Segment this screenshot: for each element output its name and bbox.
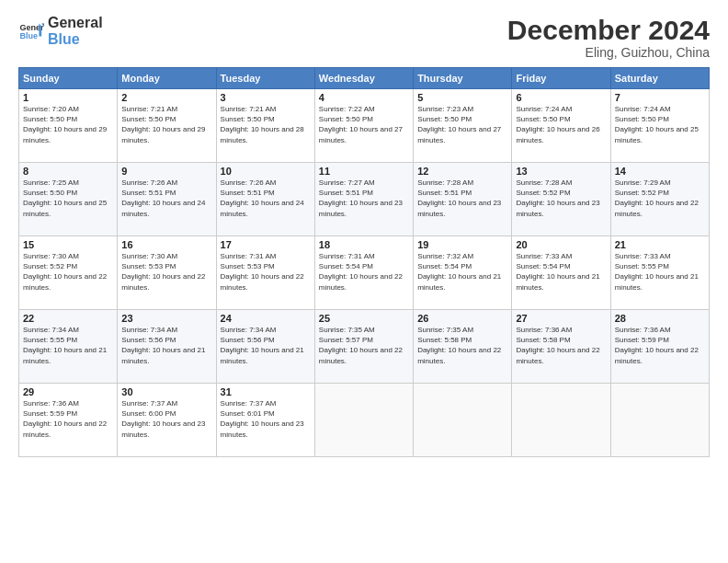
calendar-cell: 23Sunrise: 7:34 AMSunset: 5:56 PMDayligh…	[118, 310, 216, 384]
day-detail: Sunrise: 7:22 AMSunset: 5:50 PMDaylight:…	[319, 104, 409, 145]
calendar-cell	[314, 384, 413, 457]
day-number: 9	[121, 166, 211, 177]
calendar-cell: 1Sunrise: 7:20 AMSunset: 5:50 PMDaylight…	[19, 89, 118, 163]
calendar-cell	[512, 384, 610, 457]
month-title: December 2024	[507, 15, 710, 45]
location: Eling, Guizhou, China	[507, 45, 710, 60]
day-number: 7	[615, 92, 705, 103]
day-number: 14	[615, 166, 705, 177]
day-detail: Sunrise: 7:20 AMSunset: 5:50 PMDaylight:…	[23, 104, 113, 145]
calendar-cell: 29Sunrise: 7:36 AMSunset: 5:59 PMDayligh…	[19, 384, 118, 457]
logo-blue: Blue	[48, 31, 103, 48]
calendar-cell: 14Sunrise: 7:29 AMSunset: 5:52 PMDayligh…	[610, 163, 709, 236]
day-detail: Sunrise: 7:28 AMSunset: 5:52 PMDaylight:…	[516, 178, 606, 219]
calendar-cell: 17Sunrise: 7:31 AMSunset: 5:53 PMDayligh…	[216, 236, 314, 310]
day-number: 20	[516, 239, 606, 250]
day-detail: Sunrise: 7:21 AMSunset: 5:50 PMDaylight:…	[221, 104, 311, 145]
day-number: 12	[417, 166, 507, 177]
day-number: 4	[319, 92, 409, 103]
calendar-week-row: 1Sunrise: 7:20 AMSunset: 5:50 PMDaylight…	[19, 89, 710, 163]
calendar-cell: 5Sunrise: 7:23 AMSunset: 5:50 PMDaylight…	[414, 89, 512, 163]
calendar-cell	[610, 384, 709, 457]
calendar-cell: 25Sunrise: 7:35 AMSunset: 5:57 PMDayligh…	[314, 310, 413, 384]
day-detail: Sunrise: 7:35 AMSunset: 5:58 PMDaylight:…	[417, 325, 507, 366]
day-number: 29	[23, 386, 113, 397]
day-number: 3	[221, 92, 311, 103]
day-detail: Sunrise: 7:36 AMSunset: 5:58 PMDaylight:…	[516, 325, 606, 366]
day-number: 26	[417, 313, 507, 324]
day-number: 23	[121, 313, 211, 324]
day-number: 5	[417, 92, 507, 103]
calendar-table: SundayMondayTuesdayWednesdayThursdayFrid…	[18, 67, 710, 457]
calendar-cell	[414, 384, 512, 457]
day-number: 28	[615, 313, 705, 324]
day-detail: Sunrise: 7:28 AMSunset: 5:51 PMDaylight:…	[417, 178, 507, 219]
day-detail: Sunrise: 7:31 AMSunset: 5:54 PMDaylight:…	[319, 251, 409, 293]
day-detail: Sunrise: 7:24 AMSunset: 5:50 PMDaylight:…	[615, 104, 705, 145]
day-number: 17	[221, 239, 311, 250]
calendar-cell: 24Sunrise: 7:34 AMSunset: 5:56 PMDayligh…	[216, 310, 314, 384]
calendar-cell: 6Sunrise: 7:24 AMSunset: 5:50 PMDaylight…	[512, 89, 610, 163]
day-detail: Sunrise: 7:25 AMSunset: 5:50 PMDaylight:…	[23, 178, 113, 219]
day-detail: Sunrise: 7:34 AMSunset: 5:56 PMDaylight:…	[121, 325, 211, 366]
weekday-header: Saturday	[610, 68, 709, 89]
logo-general: General	[48, 15, 103, 31]
calendar-header-row: SundayMondayTuesdayWednesdayThursdayFrid…	[19, 68, 710, 89]
calendar-cell: 30Sunrise: 7:37 AMSunset: 6:00 PMDayligh…	[118, 384, 216, 457]
weekday-header: Tuesday	[216, 68, 314, 89]
weekday-header: Wednesday	[314, 68, 413, 89]
day-detail: Sunrise: 7:37 AMSunset: 6:01 PMDaylight:…	[221, 398, 311, 440]
calendar-cell: 9Sunrise: 7:26 AMSunset: 5:51 PMDaylight…	[118, 163, 216, 236]
day-detail: Sunrise: 7:29 AMSunset: 5:52 PMDaylight:…	[615, 178, 705, 219]
day-detail: Sunrise: 7:33 AMSunset: 5:55 PMDaylight:…	[615, 251, 705, 293]
day-detail: Sunrise: 7:34 AMSunset: 5:56 PMDaylight:…	[221, 325, 311, 366]
calendar-cell: 20Sunrise: 7:33 AMSunset: 5:54 PMDayligh…	[512, 236, 610, 310]
calendar-cell: 11Sunrise: 7:27 AMSunset: 5:51 PMDayligh…	[314, 163, 413, 236]
day-number: 22	[23, 313, 113, 324]
day-number: 11	[319, 166, 409, 177]
calendar-cell: 15Sunrise: 7:30 AMSunset: 5:52 PMDayligh…	[19, 236, 118, 310]
day-detail: Sunrise: 7:26 AMSunset: 5:51 PMDaylight:…	[221, 178, 311, 219]
day-detail: Sunrise: 7:30 AMSunset: 5:52 PMDaylight:…	[23, 251, 113, 293]
calendar-cell: 3Sunrise: 7:21 AMSunset: 5:50 PMDaylight…	[216, 89, 314, 163]
day-number: 30	[121, 386, 211, 397]
day-detail: Sunrise: 7:27 AMSunset: 5:51 PMDaylight:…	[319, 178, 409, 219]
weekday-header: Friday	[512, 68, 610, 89]
day-detail: Sunrise: 7:34 AMSunset: 5:55 PMDaylight:…	[23, 325, 113, 366]
day-detail: Sunrise: 7:37 AMSunset: 6:00 PMDaylight:…	[121, 398, 211, 440]
calendar-cell: 27Sunrise: 7:36 AMSunset: 5:58 PMDayligh…	[512, 310, 610, 384]
day-detail: Sunrise: 7:35 AMSunset: 5:57 PMDaylight:…	[319, 325, 409, 366]
calendar-cell: 13Sunrise: 7:28 AMSunset: 5:52 PMDayligh…	[512, 163, 610, 236]
header: General Blue General Blue December 2024 …	[18, 15, 710, 60]
day-detail: Sunrise: 7:26 AMSunset: 5:51 PMDaylight:…	[121, 178, 211, 219]
day-number: 1	[23, 92, 113, 103]
weekday-header: Sunday	[19, 68, 118, 89]
day-detail: Sunrise: 7:31 AMSunset: 5:53 PMDaylight:…	[221, 251, 311, 293]
day-number: 19	[417, 239, 507, 250]
calendar-week-row: 15Sunrise: 7:30 AMSunset: 5:52 PMDayligh…	[19, 236, 710, 310]
calendar-week-row: 8Sunrise: 7:25 AMSunset: 5:50 PMDaylight…	[19, 163, 710, 236]
day-number: 8	[23, 166, 113, 177]
calendar-cell: 10Sunrise: 7:26 AMSunset: 5:51 PMDayligh…	[216, 163, 314, 236]
day-number: 25	[319, 313, 409, 324]
day-detail: Sunrise: 7:23 AMSunset: 5:50 PMDaylight:…	[417, 104, 507, 145]
day-number: 2	[121, 92, 211, 103]
day-detail: Sunrise: 7:24 AMSunset: 5:50 PMDaylight:…	[516, 104, 606, 145]
day-number: 18	[319, 239, 409, 250]
weekday-header: Thursday	[414, 68, 512, 89]
page: General Blue General Blue December 2024 …	[0, 0, 728, 563]
day-detail: Sunrise: 7:36 AMSunset: 5:59 PMDaylight:…	[23, 398, 113, 440]
calendar-cell: 22Sunrise: 7:34 AMSunset: 5:55 PMDayligh…	[19, 310, 118, 384]
title-block: December 2024 Eling, Guizhou, China	[507, 15, 710, 60]
svg-text:Blue: Blue	[19, 31, 38, 40]
calendar-cell: 8Sunrise: 7:25 AMSunset: 5:50 PMDaylight…	[19, 163, 118, 236]
calendar-cell: 31Sunrise: 7:37 AMSunset: 6:01 PMDayligh…	[216, 384, 314, 457]
day-number: 6	[516, 92, 606, 103]
calendar-cell: 26Sunrise: 7:35 AMSunset: 5:58 PMDayligh…	[414, 310, 512, 384]
weekday-header: Monday	[118, 68, 216, 89]
day-number: 24	[221, 313, 311, 324]
logo-icon: General Blue	[18, 18, 44, 44]
day-number: 31	[221, 386, 311, 397]
day-number: 15	[23, 239, 113, 250]
calendar-cell: 7Sunrise: 7:24 AMSunset: 5:50 PMDaylight…	[610, 89, 709, 163]
